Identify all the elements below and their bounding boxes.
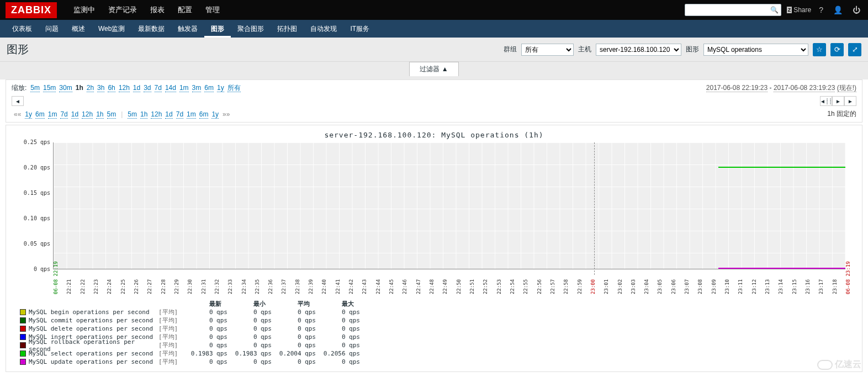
- search-input[interactable]: [687, 6, 770, 14]
- zoom-1m[interactable]: 1m: [179, 84, 189, 92]
- move-right-7d[interactable]: 7d: [176, 110, 183, 119]
- search-icon[interactable]: 🔍: [770, 6, 779, 14]
- xtick: 23:11: [738, 279, 743, 294]
- subnav-问题[interactable]: 问题: [39, 20, 65, 38]
- host-select[interactable]: server-192.168.100.120: [596, 44, 681, 56]
- move-right-12h[interactable]: 12h: [151, 110, 162, 119]
- move-left-7d[interactable]: 7d: [60, 110, 67, 119]
- zoom-6m[interactable]: 6m: [204, 84, 214, 92]
- scroll-right-button[interactable]: ►: [844, 96, 856, 106]
- scroll-handle-left[interactable]: ◄┊┊: [820, 96, 832, 106]
- time-now[interactable]: (现在!): [837, 84, 856, 92]
- subnav-IT服务[interactable]: IT服务: [343, 20, 376, 38]
- zoom-3d[interactable]: 3d: [144, 84, 151, 92]
- scroll-handle-right[interactable]: ►: [832, 96, 844, 106]
- subnav-触发器[interactable]: 触发器: [171, 20, 204, 38]
- share-button[interactable]: ZShare: [787, 6, 812, 14]
- legend-min: 0 qps: [227, 309, 272, 316]
- topnav-报表[interactable]: 报表: [144, 0, 171, 20]
- zoom-1h[interactable]: 1h: [76, 84, 83, 92]
- zoom-5m[interactable]: 5m: [30, 84, 40, 92]
- zoom-14d[interactable]: 14d: [165, 84, 176, 92]
- move-left-1h[interactable]: 1h: [96, 110, 103, 119]
- favorite-button[interactable]: ☆: [813, 43, 826, 56]
- move-left-6m[interactable]: 6m: [35, 110, 45, 119]
- zoom-6h[interactable]: 6h: [108, 84, 115, 92]
- zoom-3h[interactable]: 3h: [97, 84, 104, 92]
- page-header: 图形 群组 所有 主机 server-192.168.100.120 图形 My…: [0, 38, 868, 62]
- zoom-3m[interactable]: 3m: [192, 84, 202, 92]
- legend-swatch: [20, 342, 26, 348]
- topnav-配置[interactable]: 配置: [171, 0, 199, 20]
- legend-agg: [平均]: [158, 325, 183, 333]
- xtick: 22:52: [483, 279, 488, 294]
- fullscreen-button[interactable]: ⤢: [848, 43, 861, 56]
- move-right-1y[interactable]: 1y: [211, 110, 219, 119]
- xtick: 06-08 23:19: [845, 261, 851, 294]
- subnav-拓扑图[interactable]: 拓扑图: [271, 20, 304, 38]
- move-right-1d[interactable]: 1d: [165, 110, 172, 119]
- subnav-图形[interactable]: 图形: [204, 20, 231, 38]
- legend-agg: [平均]: [158, 308, 183, 316]
- legend-min: 0 qps: [227, 342, 272, 349]
- graph-title: server-192.168.100.120: MySQL operations…: [12, 131, 856, 139]
- subnav-仪表板[interactable]: 仪表板: [6, 20, 39, 38]
- subnav-概述[interactable]: 概述: [65, 20, 92, 38]
- group-select[interactable]: 所有: [521, 44, 574, 56]
- zoom-1y[interactable]: 1y: [217, 84, 224, 92]
- global-search[interactable]: 🔍: [685, 4, 781, 16]
- zoom-所有[interactable]: 所有: [227, 84, 241, 92]
- xtick: 22:22: [80, 279, 86, 294]
- user-icon[interactable]: 👤: [831, 4, 845, 15]
- zoom-2h[interactable]: 2h: [87, 84, 94, 92]
- topnav-管理[interactable]: 管理: [199, 0, 226, 20]
- legend-min: 0.1983 qps: [227, 350, 272, 357]
- time-to[interactable]: 2017-06-08 23:19:23: [774, 84, 835, 92]
- legend-row: MySQL rollback operations per second[平均]…: [20, 341, 856, 349]
- zoom-7d[interactable]: 7d: [155, 84, 162, 92]
- cloud-icon: [817, 360, 833, 370]
- move-right-6m[interactable]: 6m: [199, 110, 209, 119]
- xtick: 23:13: [765, 279, 770, 294]
- move-left-1y[interactable]: 1y: [25, 110, 32, 119]
- xtick: 22:49: [442, 279, 448, 294]
- fixed-label[interactable]: 1h 固定的: [827, 109, 856, 119]
- refresh-button[interactable]: ⟳: [830, 43, 844, 56]
- graph-select[interactable]: MySQL operations: [703, 44, 808, 56]
- logo[interactable]: ZABBIX: [6, 2, 57, 18]
- zoom-30m[interactable]: 30m: [59, 84, 72, 92]
- legend-avg: 0 qps: [272, 317, 316, 324]
- subnav-聚合图形[interactable]: 聚合图形: [231, 20, 271, 38]
- xtick: 23:18: [832, 279, 838, 294]
- move-right-5m[interactable]: 5m: [128, 110, 137, 119]
- move-left-5m[interactable]: 5m: [107, 110, 117, 119]
- xtick: 22:58: [563, 279, 569, 294]
- time-from[interactable]: 2017-06-08 22:19:23: [706, 84, 768, 92]
- move-right-1m[interactable]: 1m: [187, 110, 196, 119]
- filter-toggle[interactable]: 过滤器 ▲: [409, 62, 458, 76]
- subnav-最新数据[interactable]: 最新数据: [131, 20, 171, 38]
- xtick: 22:26: [134, 279, 139, 294]
- power-icon[interactable]: ⏻: [850, 4, 862, 15]
- subnav-自动发现[interactable]: 自动发现: [304, 20, 343, 38]
- xtick: 23:08: [697, 279, 703, 294]
- zoom-15m[interactable]: 15m: [43, 84, 56, 92]
- move-left-12h[interactable]: 12h: [82, 110, 93, 119]
- ytick: 0 qps: [14, 266, 50, 272]
- topnav-监测中[interactable]: 监测中: [67, 0, 102, 20]
- move-left-1m[interactable]: 1m: [48, 110, 57, 119]
- zoom-12h[interactable]: 12h: [119, 84, 130, 92]
- help-icon[interactable]: ?: [817, 4, 825, 15]
- topnav-资产记录[interactable]: 资产记录: [102, 0, 144, 20]
- xtick: 22:38: [295, 279, 300, 294]
- plot-area[interactable]: 0 qps0.05 qps0.10 qps0.15 qps0.20 qps0.2…: [53, 142, 845, 269]
- move-right-1h[interactable]: 1h: [140, 110, 147, 119]
- subnav-Web监测[interactable]: Web监测: [92, 20, 131, 38]
- xtick: 22:28: [161, 279, 166, 294]
- move-left-1d[interactable]: 1d: [71, 110, 78, 119]
- zoom-1d[interactable]: 1d: [133, 84, 140, 92]
- xtick: 22:36: [268, 279, 273, 294]
- scroll-left-button[interactable]: ◄: [12, 96, 24, 106]
- time-selector: 缩放: 5m15m30m1h2h3h6h12h1d3d7d14d1m3m6m1y…: [6, 79, 862, 123]
- x-marker-23-00: [594, 142, 595, 275]
